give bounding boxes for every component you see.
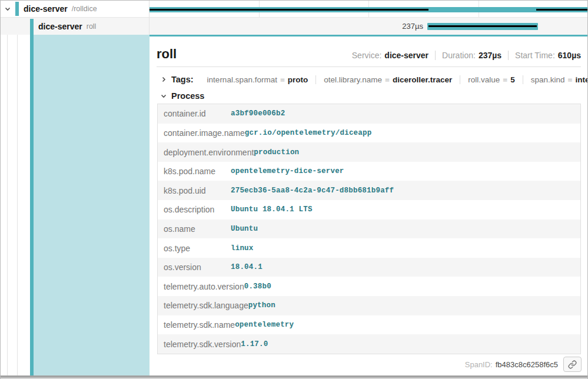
tag-item: roll.value = 5 [460,75,522,84]
table-row: container.image.name gcr.io/opentelemetr… [158,124,580,143]
operation-name: /rolldice [72,5,97,13]
spanid-label: SpanID: [465,360,493,369]
tag-value: 5 [510,75,515,84]
tag-item: span.kind = internal [523,75,588,84]
span-footer: SpanID: fb483c8c6258f6c5 [465,357,582,372]
critical-path-segment [536,9,587,11]
table-row: deployment.environment production [158,142,580,162]
tag-value: diceroller.tracer [393,75,452,84]
process-key: os.version [158,262,231,272]
table-row: container.id a3bf90e006b2 [158,104,580,124]
span-meta: Service: dice-server Duration: 237µs Sta… [352,51,581,60]
tags-section: Tags: internal.span.format = proto otel.… [157,72,581,87]
span-name-cell[interactable]: dice-server /rolldice [1,1,150,17]
process-key: deployment.environment [158,148,254,157]
meta-label: Start Time: [515,51,555,60]
service-name: dice-server [38,22,82,31]
process-key: k8s.pod.name [158,167,231,176]
chevron-down-icon[interactable] [160,92,167,99]
table-row: telemetry.sdk.name opentelemetry [158,315,580,335]
process-key: os.description [158,205,231,214]
span-bar-roll[interactable] [427,23,538,30]
meta-label: Service: [352,51,382,60]
meta-value: 237µs [479,51,501,60]
table-row: os.version 18.04.1 [158,258,580,277]
link-icon [568,360,577,369]
span-color-bar [15,2,19,16]
chevron-right-icon[interactable] [160,76,167,83]
process-value: Ubuntu [231,225,580,233]
process-value: production [254,148,580,157]
span-bar-rolldice[interactable] [150,7,587,12]
process-value: a3bf90e006b2 [231,109,580,118]
tree-indent-guide [7,35,8,375]
process-value: opentelemetry [235,321,580,329]
meta-item: Duration: 237µs [435,51,501,60]
table-row: telemetry.sdk.version 1.17.0 [158,334,580,354]
process-key: k8s.pod.uid [158,186,231,195]
deep-link-button[interactable] [563,357,582,372]
tag-key: internal.span.format [207,75,277,84]
process-value: linux [231,244,580,252]
process-key: os.name [158,224,231,234]
critical-path-segment [428,25,537,27]
tag-equals: = [280,75,285,84]
tag-equals: = [568,75,573,84]
table-row: telemetry.sdk.language python [158,296,580,315]
spanid-value: fb483c8c6258f6c5 [496,360,558,369]
meta-value: dice-server [384,51,428,60]
process-value: 0.38b0 [244,282,580,291]
tag-equals: = [385,75,390,84]
header-divider [157,67,581,67]
process-value: Ubuntu 18.04.1 LTS [231,205,580,214]
span-title: roll [157,46,177,62]
tag-key: span.kind [531,75,565,84]
process-header[interactable]: Process [171,91,204,101]
process-key: telemetry.sdk.name [158,320,235,330]
tag-key: otel.library.name [324,75,382,84]
tag-value: proto [288,75,308,84]
jaeger-trace-detail-view: dice-server /rolldice dice-server roll 2… [0,0,588,379]
tags-header[interactable]: Tags: [171,75,194,84]
tree-indent-guide [17,35,18,375]
span-row-rolldice[interactable]: dice-server /rolldice [1,1,587,18]
critical-path-segment [150,9,428,11]
span-detail-card: roll Service: dice-server Duration: 237µ… [150,35,588,375]
process-value: python [248,301,580,310]
process-key: telemetry.sdk.version [158,340,241,349]
tag-list: internal.span.format = proto otel.librar… [200,75,588,84]
meta-item: Start Time: 610µs [508,51,581,60]
table-row: os.description Ubuntu 18.04.1 LTS [158,200,580,220]
meta-label: Duration: [442,51,476,60]
table-row: k8s.pod.name opentelemetry-dice-server [158,162,580,181]
process-value: gcr.io/opentelemetry/diceapp [245,129,580,137]
meta-item: Service: dice-server [352,51,428,60]
table-row: telemetry.auto.version 0.38b0 [158,277,580,296]
process-key: container.id [158,109,231,118]
tag-key: roll.value [468,75,500,84]
span-duration-label: 237µs [354,22,423,31]
table-row: os.type linux [158,238,580,258]
table-row: os.name Ubuntu [158,220,580,239]
process-key: telemetry.auto.version [158,282,244,291]
meta-value: 610µs [558,51,581,60]
service-name: dice-server [24,4,68,14]
process-value: opentelemetry-dice-server [231,167,580,175]
process-section: Process [157,89,581,102]
process-key: container.image.name [158,128,245,138]
tag-item: otel.library.name = diceroller.tracer [315,75,460,84]
operation-name: roll [87,22,97,31]
tag-equals: = [503,75,507,84]
tag-item: internal.span.format = proto [200,75,316,84]
process-value: 275ecb36-5aa8-4c2a-9c47-d8bb681b9aff [231,187,580,195]
span-name-cell[interactable]: dice-server roll [1,18,150,35]
process-value: 1.17.0 [241,340,580,348]
bottom-border-strip [1,375,587,378]
chevron-down-icon[interactable] [4,5,11,12]
process-key: telemetry.sdk.language [158,301,248,310]
process-kv-table: container.id a3bf90e006b2 container.imag… [157,104,581,354]
table-row: k8s.pod.uid 275ecb36-5aa8-4c2a-9c47-d8bb… [158,181,580,200]
tag-value: internal [575,75,588,84]
detail-row-highlight [34,35,150,375]
process-value: 18.04.1 [231,263,580,271]
